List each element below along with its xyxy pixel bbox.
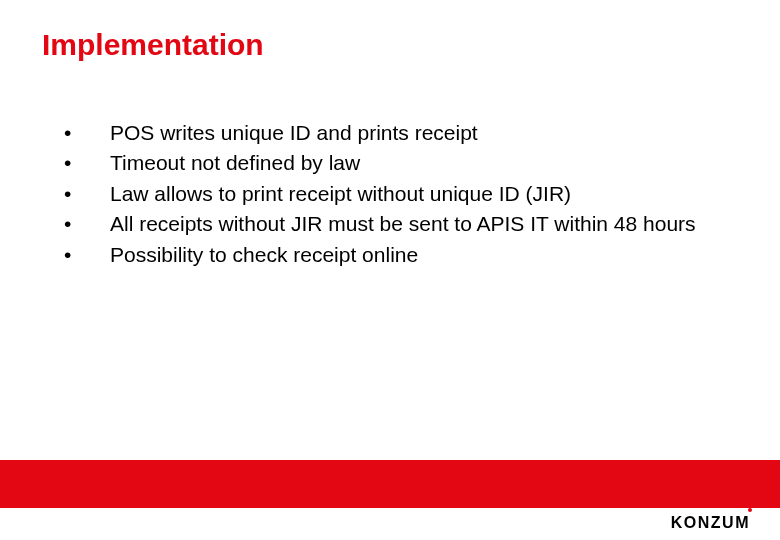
brand-logo-text: KONZUM <box>671 514 750 531</box>
brand-logo: KONZUM <box>671 514 750 532</box>
bullet-icon: • <box>64 148 110 178</box>
bullet-icon: • <box>64 240 110 270</box>
bullet-icon: • <box>64 179 110 209</box>
list-item-text: Timeout not defined by law <box>110 148 704 178</box>
list-item-text: Law allows to print receipt without uniq… <box>110 179 704 209</box>
list-item: • Law allows to print receipt without un… <box>64 179 704 209</box>
list-item-text: Possibility to check receipt online <box>110 240 704 270</box>
footer-accent-bar <box>0 460 780 508</box>
list-item-text: POS writes unique ID and prints receipt <box>110 118 704 148</box>
brand-logo-dot-icon <box>748 508 752 512</box>
list-item: • POS writes unique ID and prints receip… <box>64 118 704 148</box>
list-item-text: All receipts without JIR must be sent to… <box>110 209 704 239</box>
list-item: • Timeout not defined by law <box>64 148 704 178</box>
bullet-icon: • <box>64 118 110 148</box>
list-item: • Possibility to check receipt online <box>64 240 704 270</box>
slide: Implementation • POS writes unique ID an… <box>0 0 780 540</box>
slide-title: Implementation <box>42 28 264 62</box>
bullet-list: • POS writes unique ID and prints receip… <box>64 118 704 270</box>
bullet-icon: • <box>64 209 110 239</box>
list-item: • All receipts without JIR must be sent … <box>64 209 704 239</box>
